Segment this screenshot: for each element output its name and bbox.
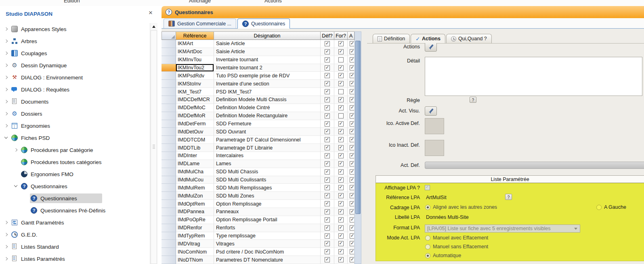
table-row[interactable]: IMdMulRem SDD Multi Remplissages	[162, 184, 355, 192]
cell-reference[interactable]: IKMStoInv	[176, 80, 214, 88]
checkbox-icon[interactable]	[350, 177, 355, 183]
cell-for[interactable]	[334, 256, 348, 264]
cell-a[interactable]	[348, 136, 355, 144]
checkbox-icon[interactable]	[350, 73, 355, 78]
checkbox-icon[interactable]	[338, 129, 344, 134]
sidebar-tree-item[interactable]: Listes Paramétrés	[0, 253, 150, 264]
tree-item-inner[interactable]: Arbres	[10, 36, 40, 46]
cell-def[interactable]	[321, 256, 334, 264]
checkbox-icon[interactable]	[350, 241, 355, 246]
checkbox-icon[interactable]	[350, 137, 355, 142]
sidebar-tree-item[interactable]: DIALOG : Environnement	[0, 71, 150, 83]
table-row[interactable]: IKMInvTou2 Inventaire tournant 2	[162, 64, 355, 72]
cell-def[interactable]	[321, 136, 334, 144]
checkbox-icon[interactable]	[325, 81, 330, 86]
cell-a[interactable]	[348, 152, 355, 160]
tab-definition[interactable]: Définition	[373, 34, 410, 43]
cell-designation[interactable]: Option Remplissage Portail	[214, 216, 321, 224]
col-header-a[interactable]: A	[348, 31, 355, 40]
act-def-field[interactable]	[425, 162, 644, 169]
tab-actions[interactable]: ✓ Actions	[411, 34, 445, 43]
cell-for[interactable]	[334, 64, 348, 72]
checkbox-icon[interactable]	[338, 169, 344, 175]
cell-a[interactable]	[348, 48, 355, 56]
checkbox-icon[interactable]	[350, 129, 355, 134]
table-scrollbar[interactable]	[355, 31, 361, 264]
scroll-up-arrow-icon[interactable]	[150, 23, 157, 30]
checkbox-icon[interactable]	[325, 121, 330, 127]
cell-a[interactable]	[348, 240, 355, 248]
cell-for[interactable]	[334, 80, 348, 88]
cell-for[interactable]	[334, 208, 348, 216]
cell-designation[interactable]: Definition Modele Cintré	[214, 104, 321, 112]
ico-inact-def-box[interactable]	[425, 140, 444, 156]
cell-designation[interactable]: Definition Modele Multi Chassis	[214, 96, 321, 104]
checkbox-icon[interactable]	[325, 137, 330, 142]
cell-a[interactable]	[348, 64, 355, 72]
expand-arrow-icon[interactable]	[3, 220, 9, 225]
expand-arrow-icon[interactable]	[3, 123, 9, 129]
checkbox-icon[interactable]	[325, 145, 330, 150]
cell-reference[interactable]: IMDCDefMCR	[176, 96, 214, 104]
act-visu-edit-button[interactable]	[425, 106, 437, 116]
checkbox-icon[interactable]	[325, 241, 330, 246]
checkbox-icon[interactable]	[325, 73, 330, 78]
checkbox-icon[interactable]	[338, 65, 344, 71]
cell-reference[interactable]: IMdOptRem	[176, 200, 214, 208]
cell-designation[interactable]: Parametres DT Nomenclature	[214, 256, 321, 264]
checkbox-icon[interactable]	[338, 57, 344, 62]
cell-def[interactable]	[321, 48, 334, 56]
cell-reference[interactable]: IMDVitrag	[176, 240, 214, 248]
cell-designation[interactable]: SDD Multi Chassis	[214, 168, 321, 176]
checkbox-icon[interactable]	[338, 153, 344, 158]
cell-for[interactable]	[334, 104, 348, 112]
sidebar-tree-item[interactable]: Dossiers	[0, 108, 150, 120]
cell-def[interactable]	[321, 64, 334, 72]
mode-act-option[interactable]: Manuel avec Effacement	[425, 235, 488, 241]
cell-designation[interactable]: SDD Fermeture	[214, 120, 321, 128]
checkbox-icon[interactable]	[338, 257, 344, 262]
table-row[interactable]: IMDDefMoC Definition Modele Cintré	[162, 104, 355, 112]
cell-reference[interactable]: IMdPoOpRe	[176, 216, 214, 224]
expand-arrow-icon[interactable]	[3, 244, 9, 249]
checkbox-icon[interactable]	[325, 161, 330, 166]
sidebar-tree-item[interactable]: Documents	[0, 96, 150, 108]
tree-item-inner[interactable]: Ergonomies	[10, 121, 53, 131]
cell-a[interactable]	[348, 216, 355, 224]
cell-for[interactable]	[334, 136, 348, 144]
expand-arrow-icon[interactable]	[3, 111, 9, 116]
sidebar-tree-item[interactable]: Listes Standard	[0, 241, 150, 253]
cell-a[interactable]	[348, 192, 355, 200]
checkbox-icon[interactable]	[338, 161, 344, 166]
checkbox-icon[interactable]	[350, 145, 355, 150]
sidebar-scrollbar[interactable]	[150, 23, 157, 264]
checkbox-icon[interactable]	[338, 145, 344, 150]
table-row[interactable]: IMDPannea Panneaux	[162, 208, 355, 216]
checkbox-icon[interactable]	[325, 201, 330, 206]
affichage-lpa-checkbox[interactable]	[425, 185, 430, 190]
table-row[interactable]: IMdPoOpRe Option Remplissage Portail	[162, 216, 355, 224]
checkbox-icon[interactable]	[338, 105, 344, 110]
menu-affichage[interactable]: Affichage	[189, 0, 211, 4]
tree-item-inner[interactable]: Dessin Dynamique	[10, 60, 70, 70]
cell-designation[interactable]: Vitrages	[214, 240, 321, 248]
checkbox-icon[interactable]	[325, 169, 330, 175]
checkbox-icon[interactable]	[350, 105, 355, 110]
col-header-designation[interactable]: Désignation	[214, 31, 321, 40]
cell-def[interactable]	[321, 160, 334, 168]
tree-item-inner[interactable]: DIALOG : Requêtes	[10, 85, 73, 94]
expand-arrow-icon[interactable]	[13, 183, 19, 189]
checkbox-icon[interactable]	[325, 209, 330, 214]
row-selector[interactable]	[162, 128, 176, 136]
checkbox-icon[interactable]	[338, 121, 344, 127]
cell-a[interactable]	[348, 176, 355, 184]
cell-reference[interactable]: IMDRenfor	[176, 224, 214, 232]
checkbox-icon[interactable]	[338, 185, 344, 190]
expand-arrow-icon[interactable]	[3, 99, 9, 104]
checkbox-icon[interactable]	[338, 241, 344, 246]
expand-arrow-icon[interactable]	[3, 75, 9, 80]
cell-a[interactable]	[348, 184, 355, 192]
cell-reference[interactable]: IMdDetOuv	[176, 128, 214, 136]
cell-def[interactable]	[321, 168, 334, 176]
checkbox-icon[interactable]	[338, 41, 344, 46]
